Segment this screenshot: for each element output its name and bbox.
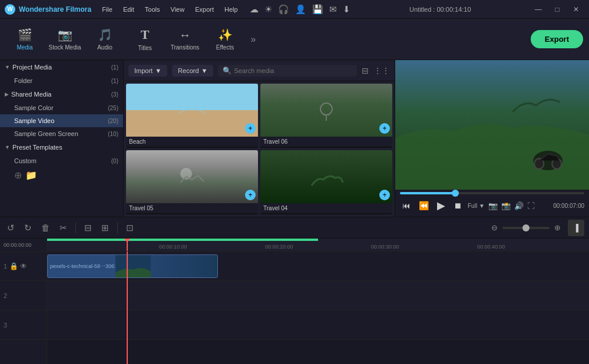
skip-back-button[interactable]: ⏮ [400, 200, 413, 211]
ruler-playhead-head [124, 239, 130, 243]
sample-green-label: Sample Green Screen [14, 130, 78, 137]
project-media-header[interactable]: ▼ Project Media (1) [0, 60, 123, 74]
preset-templates-section: ▼ Preset Templates Custom (0) ⊕ 📁 [0, 140, 123, 183]
project-media-count: (1) [111, 64, 118, 71]
ruler-tick-20: 00:00:20:00 [265, 244, 293, 250]
thumb-beach[interactable]: Beach + [126, 84, 258, 148]
custom-label: Custom [14, 157, 37, 164]
menu-edit[interactable]: Edit [118, 5, 139, 14]
shared-media-header[interactable]: ▶ Shared Media (3) [0, 87, 123, 101]
sample-video-item[interactable]: Sample Video (20) [0, 114, 123, 127]
mail-icon[interactable]: ✉ [329, 4, 337, 15]
timeline-toolbar: ↺ ↻ 🗑 ✂ ⊟ ⊞ ⊡ ⊖ ⊕ ▐ [0, 217, 589, 239]
stock-media-icon: 📷 [58, 28, 72, 42]
fullscreen-icon[interactable]: ⛶ [527, 201, 535, 210]
thumb-travel04-image [260, 150, 392, 203]
project-media-label: Project Media [12, 64, 111, 71]
headphone-icon[interactable]: 🎧 [278, 4, 289, 15]
stop-button[interactable]: ⏹ [451, 200, 464, 211]
record-button[interactable]: Record ▼ [172, 65, 213, 77]
scissors-button[interactable]: ✂ [57, 221, 70, 234]
filter-icon[interactable]: ⊟ [362, 66, 369, 75]
thumb-travel04[interactable]: Travel 04 + [260, 150, 392, 214]
folder-preset-icon[interactable]: 📁 [25, 170, 37, 181]
menu-help[interactable]: Help [220, 5, 243, 14]
search-input[interactable] [234, 67, 352, 74]
quality-selector[interactable]: Full ▼ [468, 203, 485, 209]
tool-media[interactable]: 🎬 Media [6, 22, 44, 57]
custom-item[interactable]: Custom (0) [0, 154, 123, 167]
thumb-travel06[interactable]: Travel 06 + [260, 84, 392, 148]
clip-name: pexels-c-technical-58⋯3061 [50, 263, 117, 269]
snapshot-icon[interactable]: 📸 [501, 201, 511, 210]
sample-green-item[interactable]: Sample Green Screen (10) [0, 127, 123, 140]
custom-count: (0) [111, 158, 118, 164]
toolbar-more-button[interactable]: » [246, 22, 260, 57]
step-back-button[interactable]: ⏪ [416, 200, 431, 211]
preset-templates-header[interactable]: ▼ Preset Templates [0, 140, 123, 154]
tool-transitions[interactable]: ↔ Transitions [166, 22, 204, 57]
video-track-row: pexels-c-technical-58⋯3061 [47, 252, 589, 281]
search-box[interactable]: 🔍 [218, 65, 357, 77]
thumb-beach-add-icon[interactable]: + [245, 123, 256, 134]
menu-tools[interactable]: Tools [140, 5, 165, 14]
snap-icon[interactable]: ⊡ [124, 221, 136, 234]
ruler-tick-10: 00:00:10:00 [159, 244, 187, 250]
preview-progress-bar[interactable] [400, 192, 584, 194]
shared-media-label: Shared Media [11, 91, 111, 98]
zoom-thumb [522, 224, 530, 231]
download-icon[interactable]: ⬇ [343, 4, 350, 15]
tool-audio[interactable]: 🎵 Audio [86, 22, 124, 57]
thumb-travel05[interactable]: Travel 05 + [126, 150, 258, 214]
menu-file[interactable]: File [97, 5, 117, 14]
add-preset-icon[interactable]: ⊕ [14, 170, 22, 181]
cloud-icon[interactable]: ☁ [250, 4, 259, 15]
tool-media-label: Media [16, 44, 32, 51]
track-lock-icon[interactable]: 🔒 [9, 262, 18, 270]
folder-item[interactable]: Folder (1) [0, 74, 123, 87]
tool-effects[interactable]: ✨ Effects [206, 22, 244, 57]
playhead[interactable]: ✂ Click to split (Ctrl+B) Drag to move p… [127, 252, 128, 364]
import-button[interactable]: Import ▼ [128, 65, 167, 77]
zoom-track[interactable] [502, 227, 550, 229]
camera-icon[interactable]: 📷 [488, 201, 498, 210]
split-audio-icon[interactable]: ⊞ [99, 221, 111, 234]
close-button[interactable]: ✕ [568, 4, 584, 15]
tool-titles[interactable]: T Titles [126, 22, 164, 57]
menu-export[interactable]: Export [190, 5, 219, 14]
user-icon[interactable]: 👤 [295, 4, 306, 15]
media-grid: Beach + Travel 06 + [124, 81, 395, 217]
video-clip-1[interactable]: pexels-c-technical-58⋯3061 [47, 254, 218, 278]
thumb-travel05-add-icon[interactable]: + [245, 190, 256, 200]
timeline-end-button[interactable]: ▐ [568, 220, 584, 236]
export-button[interactable]: Export [531, 30, 583, 48]
shared-media-arrow: ▶ [5, 91, 9, 97]
delete-button[interactable]: 🗑 [39, 221, 52, 234]
timeline: ↺ ↻ 🗑 ✂ ⊟ ⊞ ⊡ ⊖ ⊕ ▐ 00:00:00:00 [0, 217, 589, 364]
thumb-travel06-add-icon[interactable]: + [379, 123, 390, 134]
maximize-button[interactable]: □ [549, 4, 565, 15]
zoom-out-icon[interactable]: ⊖ [489, 222, 500, 233]
redo-button[interactable]: ↻ [22, 221, 34, 234]
audio-preview-icon[interactable]: 🔊 [514, 201, 524, 210]
preview-controls: ⏮ ⏪ ▶ ⏹ Full ▼ 📷 📸 🔊 ⛶ 00:00:07:00 [395, 190, 589, 217]
grid-icon[interactable]: ⋮⋮ [373, 66, 390, 75]
sun-icon[interactable]: ☀ [264, 4, 272, 15]
track-eye-icon[interactable]: 👁 [20, 262, 27, 270]
preset-label: Preset Templates [12, 144, 118, 151]
project-media-section: ▼ Project Media (1) Folder (1) [0, 60, 123, 87]
media-area: Import ▼ Record ▼ 🔍 ⊟ ⋮⋮ [124, 60, 395, 217]
play-button[interactable]: ▶ [435, 198, 448, 213]
thumb-travel05-label: Travel 05 [126, 203, 258, 213]
menu-view[interactable]: View [166, 5, 190, 14]
audio-adjust-icon[interactable]: ⊟ [82, 221, 94, 234]
timeline-body: 00:00:00:00 00:00:10:00 00:00:20:00 00:0… [0, 239, 589, 364]
undo-button[interactable]: ↺ [5, 221, 17, 234]
zoom-in-icon[interactable]: ⊕ [552, 222, 563, 233]
sample-color-item[interactable]: Sample Color (25) [0, 101, 123, 114]
tool-stock-media[interactable]: 📷 Stock Media [46, 22, 84, 57]
thumb-travel04-label: Travel 04 [260, 203, 392, 213]
save-icon[interactable]: 💾 [312, 4, 323, 15]
minimize-button[interactable]: — [530, 4, 547, 15]
thumb-travel04-add-icon[interactable]: + [379, 190, 390, 200]
